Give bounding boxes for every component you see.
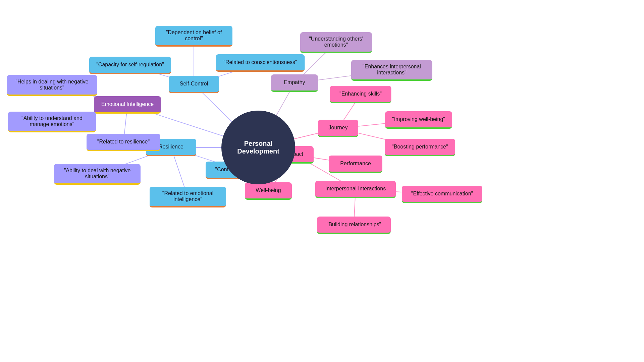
emotional-intelligence-node: Emotional Intelligence [94,96,161,114]
performance-node: Performance [329,156,382,173]
boosting-performance-node: "Boosting performance" [385,139,455,156]
empathy-node: Empathy [271,74,318,92]
well-being-node: Well-being [245,182,292,200]
related-resilience-node: "Related to resilience" [87,134,160,151]
self-control-node: Self-Control [169,76,219,93]
enhances-interpersonal-node: "Enhances interpersonal interactions" [351,60,432,81]
building-relationships-node: "Building relationships" [317,217,391,234]
journey-node: Journey [318,120,358,137]
interpersonal-node: Interpersonal Interactions [315,181,396,198]
ability-deal-node: "Ability to deal with negative situation… [54,164,141,185]
effective-communication-node: "Effective communication" [402,186,482,203]
ability-understand-node: "Ability to understand and manage emotio… [8,112,96,132]
understanding-emotions-node: "Understanding others' emotions" [300,32,372,53]
improving-wellbeing-node: "Improving well-being" [385,111,452,129]
related-emotional-node: "Related to emotional intelligence" [150,187,226,207]
center-node: Personal Development [221,111,295,184]
helps-negative-node: "Helps in dealing with negative situatio… [7,75,97,96]
capacity-self-reg-node: "Capacity for self-regulation" [89,57,171,74]
enhancing-skills-node: "Enhancing skills" [330,86,391,103]
dependent-belief-node: "Dependent on belief of control" [155,26,232,47]
related-conscientiousness-node: "Related to conscientiousness" [216,54,305,72]
